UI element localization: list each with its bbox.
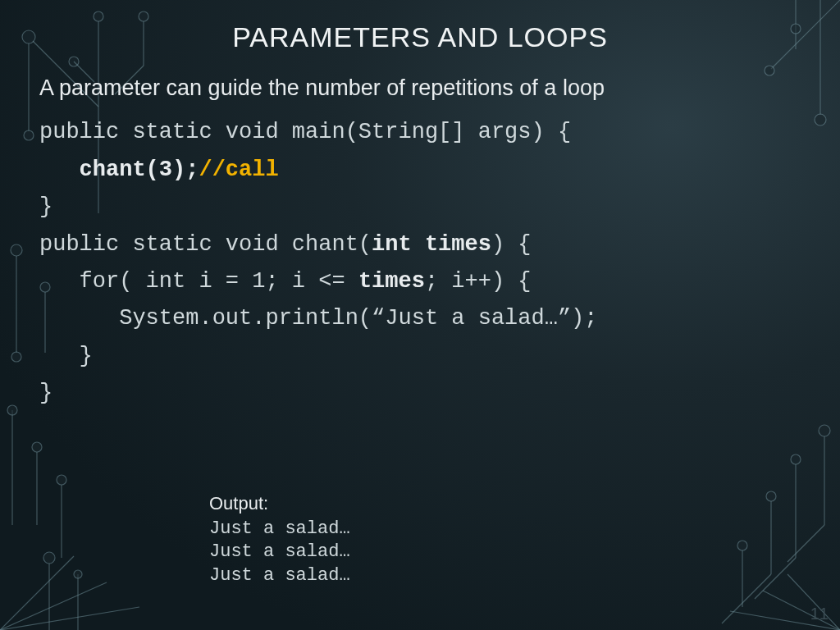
output-line-1: Just a salad… [209,518,350,541]
code-line-8: } [39,381,52,405]
code-call: chant(3); [80,158,199,182]
code-line-1: public static void main(String[] args) { [39,120,571,144]
code-block: public static void main(String[] args) {… [39,114,801,412]
code-l2-indent [39,158,80,182]
code-comment: //call [199,158,278,182]
code-l5a: for( int i = 1; i <= [39,269,358,294]
code-param-decl: int times [372,232,491,257]
code-times-ref: times [358,269,425,294]
output-line-3: Just a salad… [209,564,350,588]
slide-content: PARAMETERS AND LOOPS A parameter can gui… [0,0,840,630]
code-l4a: public static void chant( [39,232,372,257]
output-line-2: Just a salad… [209,541,350,564]
page-number: 11 [810,605,829,623]
code-line-7: } [39,344,93,368]
code-line-6: System.out.println(“Just a salad…”); [39,306,598,331]
output-block: Output: Just a salad… Just a salad… Just… [209,492,350,587]
output-label: Output: [209,492,350,516]
code-l5c: ; i++) { [425,269,532,294]
slide-title: PARAMETERS AND LOOPS [39,21,801,53]
code-line-3: } [39,194,52,219]
code-l4c: ) { [491,232,532,257]
intro-paragraph: A parameter can guide the number of repe… [39,73,801,103]
